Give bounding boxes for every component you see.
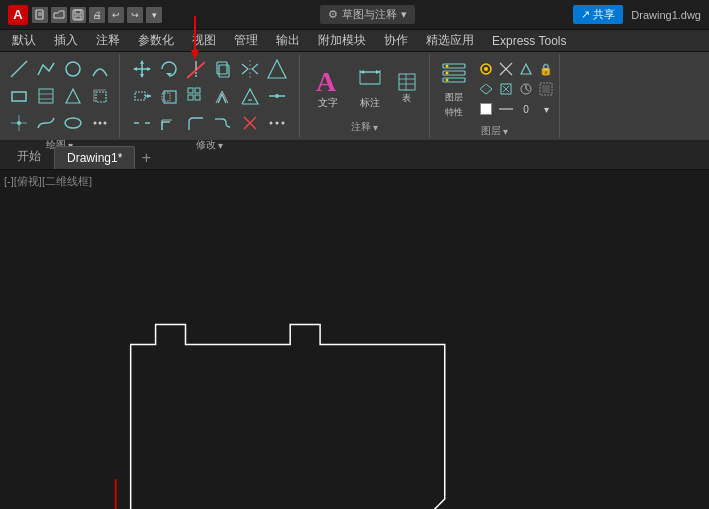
layer-icon-5[interactable]: [477, 80, 495, 98]
tool-rect[interactable]: [6, 83, 32, 109]
layer-lineweight-icon[interactable]: 0: [517, 100, 535, 118]
tool-spline[interactable]: [33, 110, 59, 136]
svg-rect-37: [162, 93, 170, 101]
svg-point-7: [66, 62, 80, 76]
menu-insert[interactable]: 插入: [46, 30, 86, 51]
svg-marker-59: [376, 70, 380, 74]
tool-arc[interactable]: [87, 56, 113, 82]
ribbon: 绘图 ▾: [0, 52, 709, 142]
tool-scale[interactable]: [156, 83, 182, 109]
ribbon-group-modify: 修改 ▾: [120, 54, 300, 138]
tool-boundary[interactable]: [87, 83, 113, 109]
menu-view[interactable]: 视图: [184, 30, 224, 51]
layer-icon-1[interactable]: [477, 60, 495, 78]
layer-icon-7[interactable]: [517, 80, 535, 98]
tab-drawing1[interactable]: Drawing1*: [54, 146, 135, 169]
svg-point-71: [484, 67, 488, 71]
tool-chamfer[interactable]: [156, 110, 182, 136]
tool-fillet-arrow[interactable]: [264, 56, 290, 82]
plot-icon[interactable]: 🖨: [89, 7, 105, 23]
tool-circle[interactable]: [60, 56, 86, 82]
modify-dropdown-icon[interactable]: ▾: [218, 140, 223, 151]
tab-new-button[interactable]: +: [135, 147, 157, 169]
svg-rect-39: [188, 88, 193, 93]
layer-icon-4[interactable]: 🔒: [537, 60, 555, 78]
new-file-icon[interactable]: [32, 7, 48, 23]
tool-table[interactable]: 表: [392, 69, 422, 106]
text-icon: A: [313, 64, 343, 94]
layer-dropdown-icon[interactable]: ▾: [503, 126, 508, 137]
tool-join[interactable]: [264, 83, 290, 109]
annotate-dropdown-icon[interactable]: ▾: [373, 122, 378, 133]
save-icon[interactable]: [70, 7, 86, 23]
workspace-dropdown-icon[interactable]: ▾: [401, 8, 407, 21]
layer-color-icon[interactable]: [477, 100, 495, 118]
tool-layer-props[interactable]: 图层 特性: [434, 56, 474, 122]
tool-erase[interactable]: [237, 110, 263, 136]
tool-stretch[interactable]: [129, 83, 155, 109]
svg-rect-40: [195, 88, 200, 93]
layer-more-icon[interactable]: ▾: [537, 100, 555, 118]
menu-express-tools[interactable]: Express Tools: [484, 32, 574, 50]
workspace-label: 草图与注释: [342, 7, 397, 22]
tool-rotate[interactable]: [156, 56, 182, 82]
svg-rect-9: [39, 89, 53, 103]
svg-marker-58: [360, 70, 364, 74]
menu-collaborate[interactable]: 协作: [376, 30, 416, 51]
svg-rect-12: [96, 92, 106, 102]
tool-line[interactable]: [6, 56, 32, 82]
menu-default[interactable]: 默认: [4, 30, 44, 51]
tab-start[interactable]: 开始: [4, 143, 54, 169]
layer-icon-3[interactable]: [517, 60, 535, 78]
svg-marker-36: [147, 94, 151, 98]
modify-group-label[interactable]: 修改 ▾: [192, 136, 227, 154]
tool-text[interactable]: A 文字: [308, 61, 348, 113]
tool-blend[interactable]: [210, 110, 236, 136]
layer-icon-6[interactable]: [497, 80, 515, 98]
tool-offset[interactable]: [210, 83, 236, 109]
tool-gradient[interactable]: [60, 83, 86, 109]
layer-icon-8[interactable]: [537, 80, 555, 98]
tool-ellipse[interactable]: [60, 110, 86, 136]
cursor-indicator: [111, 479, 129, 509]
menu-annotate[interactable]: 注释: [88, 30, 128, 51]
svg-text:A: A: [316, 66, 337, 95]
tool-move[interactable]: [129, 56, 155, 82]
tool-polyline[interactable]: [33, 56, 59, 82]
share-button[interactable]: ↗ 共享: [573, 5, 623, 24]
tool-copy[interactable]: [210, 56, 236, 82]
more-icon[interactable]: ▾: [146, 7, 162, 23]
undo-icon[interactable]: ↩: [108, 7, 124, 23]
redo-icon[interactable]: ↪: [127, 7, 143, 23]
annotate-tools: A 文字 标注: [308, 56, 422, 118]
open-file-icon[interactable]: [51, 7, 67, 23]
annotate-group-label[interactable]: 注释 ▾: [347, 118, 382, 136]
layer-linetype-icon[interactable]: [497, 100, 515, 118]
menu-featured[interactable]: 精选应用: [418, 30, 482, 51]
menu-manage[interactable]: 管理: [226, 30, 266, 51]
menu-addons[interactable]: 附加模块: [310, 30, 374, 51]
cad-drawing: [0, 170, 709, 509]
tool-trim[interactable]: [183, 56, 209, 82]
tool-hatch[interactable]: [33, 83, 59, 109]
tool-array[interactable]: [183, 83, 209, 109]
menu-parametric[interactable]: 参数化: [130, 30, 182, 51]
svg-point-18: [99, 122, 102, 125]
tool-dimension[interactable]: 标注: [350, 61, 390, 113]
tool-modify-more[interactable]: [264, 110, 290, 136]
title-center[interactable]: ⚙ 草图与注释 ▾: [320, 5, 415, 24]
tool-more-draw[interactable]: [87, 110, 113, 136]
layer-icon-2[interactable]: [497, 60, 515, 78]
tab-bar: 开始 Drawing1* +: [0, 142, 709, 170]
menu-bar: 默认 插入 注释 参数化 视图 管理 输出 附加模块 协作 精选应用 Expre…: [0, 30, 709, 52]
layer-group-label[interactable]: 图层 ▾: [477, 122, 512, 140]
svg-marker-23: [147, 67, 151, 71]
tool-explode[interactable]: [237, 83, 263, 109]
tool-fillet[interactable]: [183, 110, 209, 136]
tool-point[interactable]: [6, 110, 32, 136]
table-icon: [396, 71, 418, 93]
tool-mirror[interactable]: [237, 56, 263, 82]
menu-output[interactable]: 输出: [268, 30, 308, 51]
svg-rect-42: [195, 95, 200, 100]
tool-break[interactable]: [129, 110, 155, 136]
